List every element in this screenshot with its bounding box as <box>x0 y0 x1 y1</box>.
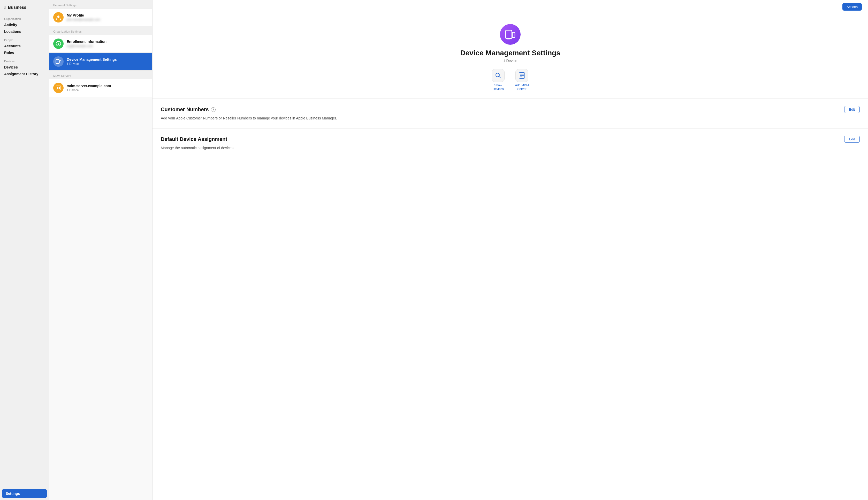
sidebar-bottom: Settings <box>0 487 49 500</box>
panel-item-device-management[interactable]: Device Management Settings 1 Device <box>49 53 152 71</box>
svg-rect-12 <box>512 32 515 37</box>
svg-rect-11 <box>506 30 512 38</box>
personal-settings-header: Personal Settings <box>49 0 152 9</box>
hero-title: Device Management Settings <box>460 49 560 57</box>
apple-icon:  <box>4 5 6 10</box>
app-logo:  Business <box>0 0 49 14</box>
default-device-assignment-header-row: Default Device Assignment Edit <box>161 136 860 143</box>
enrollment-title: Enrollment Information <box>67 39 106 44</box>
mdm-server-title: mdm.server.example.com <box>67 84 111 88</box>
org-settings-header: Organization Settings <box>49 26 152 35</box>
svg-point-0 <box>57 15 59 18</box>
main-content: Actions Device Management Settings 1 Dev… <box>152 0 868 500</box>
svg-rect-3 <box>56 59 59 64</box>
svg-text:i: i <box>58 42 59 46</box>
sidebar-item-devices[interactable]: Devices <box>0 64 49 71</box>
customer-numbers-description: Add your Apple Customer Numbers or Resel… <box>161 116 860 121</box>
device-management-title: Device Management Settings <box>67 57 117 61</box>
customer-numbers-section: Customer Numbers ? Edit Add your Apple C… <box>152 99 868 128</box>
default-device-assignment-description: Manage the automatic assignment of devic… <box>161 145 860 151</box>
default-device-assignment-edit-button[interactable]: Edit <box>844 136 860 143</box>
add-mdm-server-action[interactable]: Add MDMServer <box>515 69 529 91</box>
enrollment-info: Enrollment Information org@example.com <box>67 39 106 48</box>
device-management-subtitle: 1 Device <box>67 62 117 66</box>
show-devices-action[interactable]: ShowDevices <box>492 69 505 91</box>
add-mdm-server-label: Add MDMServer <box>515 83 529 91</box>
default-device-assignment-title: Default Device Assignment <box>161 136 227 142</box>
customer-numbers-edit-button[interactable]: Edit <box>844 106 860 113</box>
app-name: Business <box>8 5 26 10</box>
svg-rect-8 <box>57 87 58 89</box>
sidebar:  Business Organization Activity Locatio… <box>0 0 49 500</box>
panel-item-mdm-server[interactable]: mdm.server.example.com 1 Device <box>49 79 152 97</box>
customer-numbers-title: Customer Numbers ? <box>161 106 216 112</box>
hero-icon <box>500 24 521 45</box>
mdm-servers-header: MDM Servers <box>49 71 152 79</box>
svg-rect-4 <box>59 60 61 63</box>
panel-item-enrollment-information[interactable]: i Enrollment Information org@example.com <box>49 35 152 53</box>
sidebar-item-roles[interactable]: Roles <box>0 49 49 56</box>
my-profile-subtitle: john.doe@example.com <box>67 18 100 21</box>
my-profile-info: My Profile john.doe@example.com <box>67 13 100 21</box>
mdm-server-icon <box>53 83 64 93</box>
add-mdm-server-icon-container <box>515 69 528 82</box>
hero-section: Device Management Settings 1 Device Show… <box>152 14 868 99</box>
hero-actions: ShowDevices Add MDMServer <box>492 69 529 91</box>
mdm-server-info: mdm.server.example.com 1 Device <box>67 84 111 92</box>
middle-panel: Personal Settings My Profile john.doe@ex… <box>49 0 152 500</box>
enrollment-icon: i <box>53 38 64 49</box>
default-device-assignment-section: Default Device Assignment Edit Manage th… <box>152 128 868 158</box>
my-profile-icon <box>53 12 64 22</box>
svg-rect-10 <box>59 88 60 89</box>
sidebar-section-organization: Organization <box>0 14 49 21</box>
device-management-info: Device Management Settings 1 Device <box>67 57 117 66</box>
customer-numbers-header-row: Customer Numbers ? Edit <box>161 106 860 113</box>
sidebar-item-assignment-history[interactable]: Assignment History <box>0 71 49 77</box>
sidebar-item-accounts[interactable]: Accounts <box>0 43 49 49</box>
show-devices-icon-container <box>492 69 505 82</box>
customer-numbers-help-icon[interactable]: ? <box>211 107 216 112</box>
mdm-server-subtitle: 1 Device <box>67 88 111 92</box>
sidebar-item-locations[interactable]: Locations <box>0 28 49 35</box>
topbar: Actions <box>152 0 868 14</box>
sidebar-section-people: People <box>0 35 49 43</box>
my-profile-title: My Profile <box>67 13 100 17</box>
svg-line-16 <box>499 77 501 78</box>
enrollment-subtitle: org@example.com <box>67 44 106 48</box>
show-devices-label: ShowDevices <box>493 83 504 91</box>
panel-item-my-profile[interactable]: My Profile john.doe@example.com <box>49 9 152 26</box>
settings-button[interactable]: Settings <box>2 489 47 498</box>
hero-subtitle: 1 Device <box>503 59 517 63</box>
device-management-icon <box>53 56 64 67</box>
actions-button[interactable]: Actions <box>842 3 862 11</box>
svg-rect-9 <box>59 87 60 88</box>
sidebar-section-devices: Devices <box>0 56 49 64</box>
sidebar-item-activity[interactable]: Activity <box>0 21 49 28</box>
